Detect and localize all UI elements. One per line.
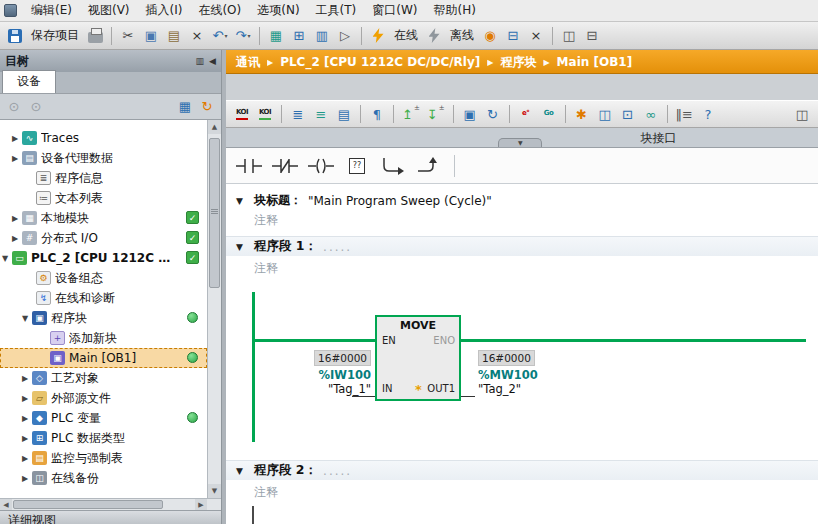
tree-item-plc-2[interactable]: ▼▭PLC_2 [CPU 1212C D...✓ [0,248,207,268]
accessible-devices-icon[interactable]: ◉ [480,26,500,46]
column-filter-icon[interactable]: ▦ [175,97,195,117]
scroll-left-icon[interactable]: ◀ [0,499,12,510]
expander-icon[interactable]: ▶ [20,474,30,483]
network-view-icon[interactable]: ⊞ [289,26,309,46]
status-info-icon[interactable]: ‖≡ [674,104,695,124]
breadcrumb-item-1[interactable]: PLC_2 [CPU 1212C DC/DC/Rly] [280,55,480,69]
copy-icon[interactable]: ▣ [141,26,161,46]
tree-item-external-source-files[interactable]: ▶▱外部源文件 [0,388,207,408]
breadcrumb-item-2[interactable]: 程序块 [500,54,536,71]
tree-item-program-blocks[interactable]: ▼▣程序块 [0,308,207,328]
tree-item-plc-data-types[interactable]: ▶⊞PLC 数据类型 [0,428,207,448]
collapse-panel-icon[interactable]: ◀ [209,56,216,66]
open-branch-icon[interactable] [378,154,408,178]
refresh-icon[interactable]: ↻ [197,97,217,117]
tree-item-local-modules[interactable]: ▶▦本地模块✓ [0,208,207,228]
menu-item-options[interactable]: 选项(N) [249,0,307,22]
next-error-icon[interactable]: Go [539,104,559,124]
remove-icon[interactable]: × [526,26,546,46]
tree-item-online-backups[interactable]: ▶◫在线备份 [0,468,207,488]
monitor-icon[interactable]: ∞ [641,104,661,124]
close-branch-icon[interactable] [414,154,444,178]
coil-icon[interactable] [306,154,336,178]
scroll-down-icon[interactable]: ▼ [208,484,221,498]
expander-icon[interactable]: ▶ [20,414,30,423]
network2-collapse-icon[interactable]: ▼ [236,466,248,476]
retain-values-icon[interactable]: ⊡ [618,104,638,124]
network-comments-icon[interactable]: ¶ [367,104,387,124]
tree-item-technology-objects[interactable]: ▶◇工艺对象 [0,368,207,388]
print-icon[interactable] [85,26,105,46]
menu-item-window[interactable]: 窗口(W) [364,0,425,22]
tree-item-watch-force-tables[interactable]: ▶▤监控与强制表 [0,448,207,468]
add-output-icon[interactable]: * [415,382,422,397]
simulation-icon[interactable]: ▷ [335,26,355,46]
go-offline-label[interactable]: 离线 [450,27,474,44]
block-interface-label[interactable]: 块接口 [640,130,676,147]
tree-item-plc-tags[interactable]: ▶◆PLC 变量 [0,408,207,428]
tree-item-program-info[interactable]: ≣程序信息 [0,168,207,188]
update-calls-icon[interactable]: ↻ [483,104,503,124]
freeform-comment-icon[interactable]: ▣ [460,104,480,124]
absolute-operands-icon[interactable]: ▤ [334,104,354,124]
expand-networks-icon[interactable]: ≣ [288,104,308,124]
nav-forward-icon[interactable]: ⊙ [26,97,46,117]
network2-title-placeholder[interactable]: ..... [323,464,352,478]
expander-icon[interactable]: ▶ [10,154,20,163]
details-view-bar[interactable]: 详细视图 [0,510,221,524]
paste-icon[interactable]: ▤ [164,26,184,46]
expander-icon[interactable]: ▶ [20,454,30,463]
expander-icon[interactable]: ▶ [20,394,30,403]
network2-comment[interactable]: 注释 [226,484,818,501]
tree-item-online-diagnostics[interactable]: ↯在线和诊断 [0,288,207,308]
expander-icon[interactable]: ▶ [10,234,20,243]
tree-item-add-new-block[interactable]: +添加新块 [0,328,207,348]
expander-icon[interactable]: ▶ [10,134,20,143]
nav-back-icon[interactable]: ⊙ [4,97,24,117]
goto-next-icon[interactable]: ↧± [425,104,447,124]
snapshot-icon[interactable]: ◫ [595,104,615,124]
goto-previous-icon[interactable]: ↥± [400,104,422,124]
save-project-icon[interactable] [5,26,25,46]
cut-icon[interactable]: ✂ [118,26,138,46]
expander-icon[interactable]: ▼ [20,314,30,323]
display-format-icon[interactable]: ✱ [572,104,592,124]
pin-panel-icon[interactable]: ▥ [196,56,205,66]
scroll-up-icon[interactable]: ▲ [208,120,221,134]
tree-item-device-configuration[interactable]: ⚙设备组态 [0,268,207,288]
go-online-icon[interactable] [368,26,388,46]
block-title-value[interactable]: "Main Program Sweep (Cycle)" [308,194,492,208]
expander-icon[interactable]: ▶ [20,434,30,443]
menu-item-online[interactable]: 在线(O) [190,0,249,22]
undo-icon[interactable]: ↶▾ [210,26,230,46]
tree-item-text-lists[interactable]: ≔文本列表 [0,188,207,208]
cross-reference-icon[interactable]: ⊟ [503,26,523,46]
editor-layout-icon[interactable]: ◫ [792,104,812,124]
breadcrumb-item-0[interactable]: 通讯 [236,54,260,71]
network1-collapse-icon[interactable]: ▼ [236,242,248,252]
scroll-right-icon[interactable]: ▶ [195,499,207,510]
menu-item-insert[interactable]: 插入(I) [138,0,191,22]
output-operand-address[interactable]: %MW100 [478,368,594,382]
no-contact-icon[interactable] [234,154,264,178]
tree-vertical-scrollbar[interactable]: ▲ ▼ [207,120,221,498]
compare-offline-icon[interactable]: KOI [255,104,275,124]
expander-icon[interactable]: ▶ [10,214,20,223]
previous-error-icon[interactable]: e° [516,104,536,124]
network2-header[interactable]: ▼ 程序段 2： ..... [226,460,818,480]
connections-icon[interactable]: ▥ [312,26,332,46]
tree-item-distributed-io[interactable]: ▶#分布式 I/O✓ [0,228,207,248]
tree-item-main-ob1[interactable]: ▣Main [OB1] [0,348,207,368]
input-operand-tag[interactable]: "Tag_1" [255,382,371,396]
breadcrumb-item-3[interactable]: Main [OB1] [557,55,633,69]
tab-devices[interactable]: 设备 [2,70,56,93]
device-view-icon[interactable]: ▦ [266,26,286,46]
scrollbar-thumb[interactable] [209,138,220,288]
input-operand-address[interactable]: %IW100 [255,368,371,382]
block-title-collapse-icon[interactable]: ▼ [236,196,248,206]
go-offline-icon[interactable] [424,26,444,46]
tree-horizontal-scrollbar[interactable]: ◀ ▶ [0,498,221,510]
tree-item-traces[interactable]: ▶∿Traces [0,128,207,148]
block-interface-collapse-handle[interactable]: ▼ [498,138,542,147]
network1-comment[interactable]: 注释 [226,260,818,277]
